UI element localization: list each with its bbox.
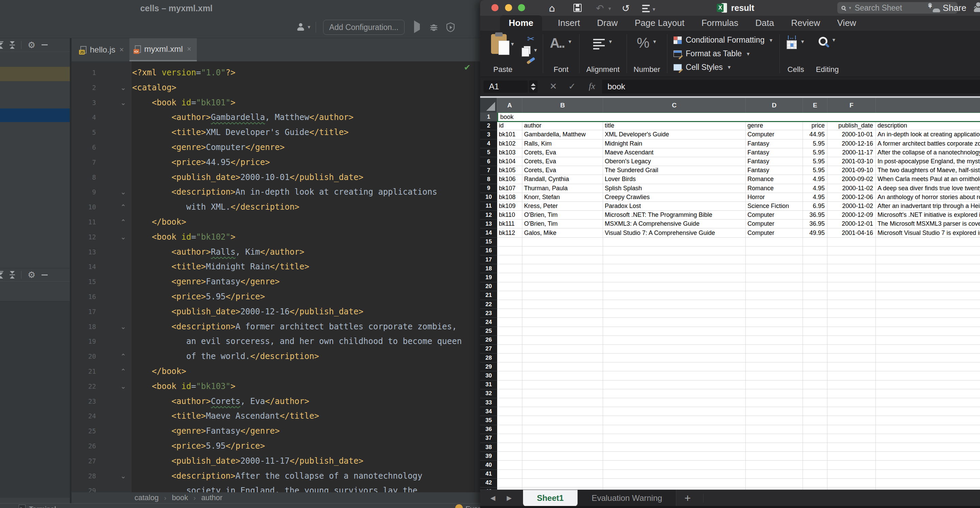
grid-cell[interactable]: [803, 353, 827, 363]
confirm-icon[interactable]: ✓: [568, 81, 576, 91]
redo-icon[interactable]: ↺: [622, 3, 630, 14]
grid-cell[interactable]: [827, 246, 876, 256]
grid-cell[interactable]: [876, 264, 980, 273]
grid-cell[interactable]: O'Brien, Tim: [522, 211, 603, 220]
grid-cell[interactable]: [803, 461, 827, 470]
grid-cell[interactable]: [522, 470, 603, 479]
terminal-button[interactable]: >_ Terminal: [19, 505, 56, 508]
grid-cell[interactable]: Science Fiction: [746, 202, 803, 211]
select-all-corner[interactable]: [480, 98, 497, 112]
grid-cell[interactable]: [497, 246, 522, 256]
code-line[interactable]: 12⌄<book id="bk102">: [72, 230, 476, 245]
add-sheet-button[interactable]: +: [684, 492, 691, 505]
grid-cell[interactable]: [603, 479, 746, 487]
grid-cell[interactable]: [876, 434, 980, 443]
grid-cell[interactable]: [876, 479, 980, 487]
tab-home[interactable]: Home: [500, 15, 542, 31]
grid-cell[interactable]: [497, 282, 522, 291]
grid-cell[interactable]: [497, 416, 522, 425]
grid-cell[interactable]: bk101: [497, 130, 522, 139]
grid-cell[interactable]: [746, 425, 803, 434]
grid-cell[interactable]: [522, 407, 603, 416]
grid-cell[interactable]: [746, 470, 803, 479]
grid-cell[interactable]: 2001-04-16: [827, 228, 876, 237]
row-header-41[interactable]: 41: [480, 470, 497, 479]
grid-cell[interactable]: Computer: [746, 228, 803, 237]
grid-cell[interactable]: [827, 282, 876, 291]
grid-cell[interactable]: [497, 470, 522, 479]
code-line[interactable]: 20⌃of the world.</description>: [72, 349, 476, 364]
grid-cell[interactable]: [497, 389, 522, 398]
fold-end-icon[interactable]: ⌃: [117, 200, 129, 215]
row-header-17[interactable]: 17: [480, 256, 497, 264]
grid-cell[interactable]: [803, 363, 827, 371]
row-header-36[interactable]: 36: [480, 425, 497, 434]
row-header-31[interactable]: 31: [480, 380, 497, 389]
grid-cell[interactable]: [522, 380, 603, 389]
grid-cell[interactable]: [876, 327, 980, 336]
grid-cell[interactable]: [803, 282, 827, 291]
alignment-group-button[interactable]: ▼ Alignment: [581, 31, 625, 77]
row-header-3[interactable]: 3: [480, 130, 497, 139]
row-header-24[interactable]: 24: [480, 318, 497, 327]
grid-cell[interactable]: [746, 264, 803, 273]
grid-cell[interactable]: [497, 479, 522, 487]
grid-cell[interactable]: [803, 264, 827, 273]
grid-cell[interactable]: [803, 246, 827, 256]
grid-cell[interactable]: [746, 434, 803, 443]
grid-cell[interactable]: Corets, Eva: [522, 166, 603, 175]
grid-cell[interactable]: Fantasy: [746, 166, 803, 175]
grid-cell[interactable]: [746, 282, 803, 291]
grid-cell[interactable]: [603, 256, 746, 264]
grid-cell[interactable]: [746, 389, 803, 398]
code-line[interactable]: 15<genre>Fantasy</genre>: [72, 275, 476, 289]
grid-cell[interactable]: [522, 291, 603, 300]
grid-cell[interactable]: Randall, Cynthia: [522, 175, 603, 184]
grid-cell[interactable]: [827, 443, 876, 452]
grid-cell[interactable]: [803, 336, 827, 345]
fold-open-icon[interactable]: ⌄: [117, 379, 129, 394]
grid-cell[interactable]: [827, 470, 876, 479]
grid-cell[interactable]: [603, 452, 746, 461]
grid-cell[interactable]: [876, 398, 980, 407]
breadcrumb-item[interactable]: book: [172, 494, 188, 502]
grid-cell[interactable]: [876, 461, 980, 470]
fold-end-icon[interactable]: ⌃: [117, 364, 129, 379]
grid-cell[interactable]: Fantasy: [746, 157, 803, 166]
grid-cell[interactable]: [497, 425, 522, 434]
grid-cell[interactable]: [522, 309, 603, 318]
grid-cell[interactable]: [827, 461, 876, 470]
grid-cell[interactable]: [746, 407, 803, 416]
grid-cell[interactable]: 5.95: [803, 139, 827, 148]
grid-cell[interactable]: [876, 238, 980, 246]
grid-cell[interactable]: [522, 273, 603, 282]
row-header-8[interactable]: 8: [480, 175, 497, 184]
grid-cell[interactable]: [746, 461, 803, 470]
grid-cell[interactable]: [522, 398, 603, 407]
save-icon[interactable]: [573, 4, 582, 12]
tab-insert[interactable]: Insert: [557, 15, 581, 31]
expand-all-icon[interactable]: [0, 41, 3, 49]
grid-cell[interactable]: [827, 309, 876, 318]
row-header-26[interactable]: 26: [480, 336, 497, 345]
grid-cell[interactable]: [746, 398, 803, 407]
grid-cell[interactable]: [827, 398, 876, 407]
cancel-icon[interactable]: ✕: [550, 81, 557, 91]
grid-cell[interactable]: [876, 407, 980, 416]
grid-cell[interactable]: 6.95: [803, 202, 827, 211]
grid-cell[interactable]: [827, 318, 876, 327]
grid-cell[interactable]: 2000-12-16: [827, 139, 876, 148]
row-header-30[interactable]: 30: [480, 371, 497, 380]
row-header-7[interactable]: 7: [480, 166, 497, 175]
expand-all-icon[interactable]: [0, 271, 3, 279]
hide-panel-icon[interactable]: [41, 44, 48, 45]
fold-open-icon[interactable]: ⌄: [117, 319, 129, 334]
grid-cell[interactable]: 2000-10-01: [827, 130, 876, 139]
code-line[interactable]: 16<price>5.95</price>: [72, 289, 476, 305]
grid-cell[interactable]: [803, 300, 827, 309]
grid-cell[interactable]: 2000-12-09: [827, 211, 876, 220]
grid-cell[interactable]: Horror: [746, 193, 803, 202]
grid-cell[interactable]: XML Developer's Guide: [603, 130, 746, 139]
grid-cell[interactable]: Splish Splash: [603, 184, 746, 193]
run-button[interactable]: [414, 24, 420, 30]
